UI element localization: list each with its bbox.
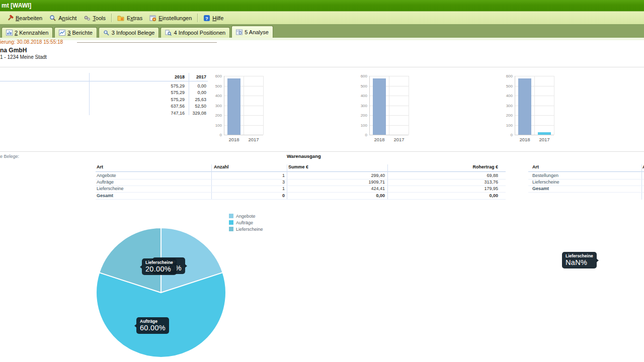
- table-row: Lieferscheine1424,41179,95: [96, 186, 506, 193]
- menu-item-ansicht[interactable]: Ansicht: [46, 14, 80, 23]
- y-axis-tick: 0: [214, 133, 222, 137]
- gridline: [244, 76, 244, 135]
- column-header: Anzahl: [214, 164, 229, 171]
- legend-item-lieferscheine[interactable]: Lieferscheine: [229, 226, 263, 232]
- x-axis-line: [369, 135, 409, 135]
- menu-item-tools[interactable]: Tools: [80, 14, 109, 23]
- y-axis-tick: 200: [214, 113, 222, 118]
- tooltip-arrow: [185, 264, 187, 268]
- table-row: Bestellungen: [528, 172, 644, 179]
- y-axis-tick: 600: [359, 74, 367, 78]
- column-header: Rohertrag €: [390, 164, 498, 171]
- extras-icon: [117, 15, 125, 22]
- ansicht-icon: [49, 15, 56, 22]
- legend-item-auftrge[interactable]: Aufträge: [229, 219, 263, 226]
- menu-item-label: Einstellungen: [158, 15, 192, 21]
- legend-swatch: [229, 220, 233, 225]
- y-axis-tick: 600: [214, 74, 222, 78]
- kennzahlen-icon: [6, 30, 13, 36]
- column-header: Art: [532, 164, 539, 171]
- pie-chart[interactable]: [95, 227, 227, 358]
- y-axis-tick: 100: [359, 123, 367, 128]
- y-axis-tick: 300: [505, 104, 513, 108]
- cell-anzahl: 0: [212, 193, 285, 198]
- legend-swatch: [229, 214, 233, 218]
- y-axis-tick: 500: [214, 84, 222, 88]
- bar-chart-3[interactable]: 010020030040050060020182017: [505, 73, 558, 145]
- cell-art: Angebote: [97, 173, 210, 178]
- y-axis-line: [224, 76, 224, 135]
- kpi-divider-1: [89, 73, 90, 115]
- chart-tooltip: LieferscheineNaN%: [562, 252, 597, 268]
- menu-item-label: Bearbeiten: [16, 15, 42, 21]
- bar-2017[interactable]: [538, 132, 551, 135]
- y-axis-tick: 600: [505, 74, 513, 78]
- y-axis-tick: 100: [214, 123, 222, 128]
- legend-label: Aufträge: [236, 220, 253, 225]
- menu-item-extras[interactable]: Extras: [114, 14, 146, 23]
- tooltip-value: NaN%: [566, 258, 593, 266]
- menu-separator: [197, 14, 198, 22]
- y-axis-tick: 200: [359, 113, 367, 118]
- tooltip-label: Lieferscheine: [145, 260, 173, 265]
- y-axis-tick: 400: [214, 94, 222, 98]
- tab-3-infopool-belege[interactable]: 3 Infopool Belege: [99, 27, 159, 38]
- cell-rohertrag: 313,76: [390, 179, 498, 185]
- menu-item-hilfe[interactable]: ?Hilfe: [200, 14, 227, 23]
- cell-rohertrag: 179,95: [390, 186, 498, 191]
- tooltip-value: 60.00%: [140, 324, 166, 332]
- chart-tooltip: Aufträge60.00%: [136, 317, 169, 334]
- cell-summe: 1909,71: [288, 179, 385, 185]
- y-axis-tick: 300: [214, 104, 222, 108]
- kpi-value-2017: 329,08: [161, 111, 206, 116]
- gridline: [534, 76, 535, 135]
- tab-label: 2 Kennzahlen: [15, 30, 48, 36]
- bar-chart-2[interactable]: 010020030040050060020182017: [359, 73, 413, 145]
- tab-5-analyse[interactable]: 5 Analyse: [231, 26, 273, 38]
- y-axis-tick: 500: [505, 84, 513, 88]
- tab-3-berichte[interactable]: 3 Berichte: [54, 27, 97, 38]
- menu-bar: BearbeitenAnsichtToolsExtrasEinstellunge…: [0, 11, 644, 24]
- section-divider-top: [0, 67, 644, 67]
- berichte-icon: [59, 30, 65, 36]
- y-axis-line: [369, 76, 370, 135]
- bar-2018[interactable]: [227, 78, 240, 135]
- menu-item-bearbeiten[interactable]: Bearbeiten: [3, 14, 46, 23]
- tools-icon: [84, 15, 91, 22]
- company-address: 1 - 1234 Meine Stadt: [0, 54, 47, 60]
- hilfe-icon: ?: [203, 15, 210, 22]
- tab-label: 5 Analyse: [245, 29, 269, 35]
- x-axis-line: [224, 135, 263, 135]
- table-row: Gesamt00,000,00: [96, 193, 506, 200]
- x-axis-label: 2018: [515, 137, 535, 142]
- legend-label: Angebote: [236, 214, 256, 219]
- menu-item-label: Ansicht: [58, 15, 76, 21]
- tab-2-kennzahlen[interactable]: 2 Kennzahlen: [2, 27, 53, 38]
- tab-4-infopool-positionen[interactable]: 4 Infopool Positionen: [160, 27, 230, 38]
- x-axis-label: 2017: [389, 137, 409, 142]
- gridline: [389, 76, 389, 135]
- kpi-value-2017: 52,50: [161, 104, 206, 109]
- table-row: Gesamt: [528, 186, 644, 193]
- legend-item-angebote[interactable]: Angebote: [229, 213, 263, 219]
- bar-chart-1[interactable]: 010020030040050060020182017: [214, 73, 267, 145]
- legend-label: Lieferscheine: [236, 227, 263, 232]
- legend-swatch: [229, 227, 233, 231]
- svg-text:?: ?: [205, 15, 208, 21]
- window-titlebar[interactable]: mt [WAWI]: [0, 0, 644, 11]
- cell-summe: 0,00: [288, 193, 385, 198]
- einstellungen-icon: [149, 15, 156, 22]
- bar-2018[interactable]: [373, 78, 386, 135]
- menu-item-einstellungen[interactable]: Einstellungen: [146, 14, 195, 23]
- company-name: na GmbH: [0, 47, 27, 54]
- kpi-value-2017: 25,63: [161, 97, 206, 102]
- kpi-value-2017: 0,00: [161, 83, 206, 88]
- menu-separator: [111, 14, 112, 22]
- bearbeiten-icon: [7, 15, 14, 22]
- cell-art: Gesamt: [97, 193, 210, 198]
- x-axis-label: 2017: [534, 137, 554, 142]
- y-axis-tick: 0: [359, 133, 367, 137]
- tab-label: 4 Infopool Positionen: [174, 30, 225, 36]
- bar-2018[interactable]: [518, 78, 531, 135]
- header-underline: [528, 171, 644, 172]
